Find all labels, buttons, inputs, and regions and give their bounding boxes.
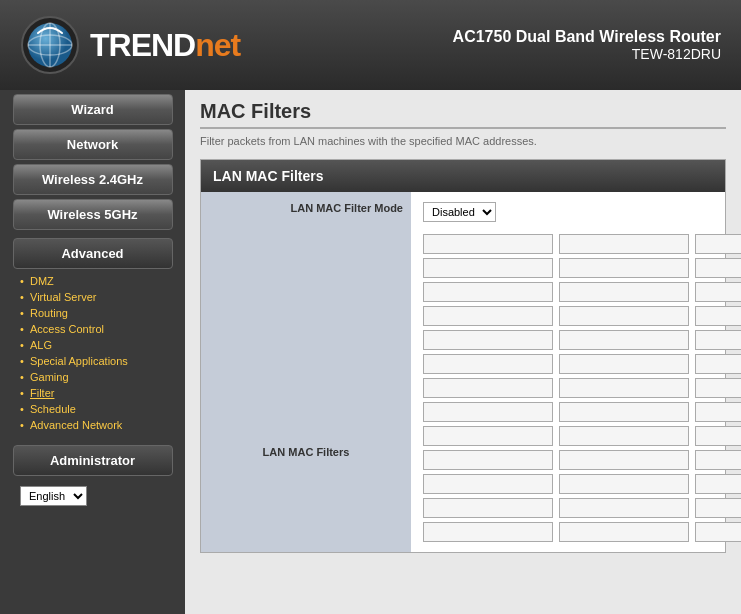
language-select[interactable]: English [20,486,87,506]
brand-trend: TREND [90,27,195,63]
mac-input-r6-c0[interactable] [423,378,553,398]
mac-input-r4-c1[interactable] [559,330,689,350]
filter-content: Disabled Allow Deny [411,192,741,552]
mac-input-r0-c0[interactable] [423,234,553,254]
mac-input-r3-c2[interactable] [695,306,741,326]
mac-input-r12-c0[interactable] [423,522,553,542]
mac-input-r8-c2[interactable] [695,426,741,446]
advanced-submenu: DMZ Virtual Server Routing Access Contro… [0,271,185,437]
mac-input-r9-c0[interactable] [423,450,553,470]
mac-input-r0-c2[interactable] [695,234,741,254]
mac-input-r2-c1[interactable] [559,282,689,302]
sidebar-item-alg[interactable]: ALG [20,337,185,353]
mac-input-r2-c2[interactable] [695,282,741,302]
mac-input-r5-c2[interactable] [695,354,741,374]
sidebar-item-virtual-server[interactable]: Virtual Server [20,289,185,305]
mode-select-row: Disabled Allow Deny [423,202,741,222]
mac-input-r0-c1[interactable] [559,234,689,254]
mac-input-r11-c2[interactable] [695,498,741,518]
sidebar: Wizard Network Wireless 2.4GHz Wireless … [0,90,185,614]
content-area: MAC Filters Filter packets from LAN mach… [185,90,741,614]
brand-net: net [195,27,240,63]
filter-box-body: LAN MAC Filter Mode LAN MAC Filters Disa… [201,192,725,552]
main-layout: Wizard Network Wireless 2.4GHz Wireless … [0,90,741,614]
mac-input-r7-c1[interactable] [559,402,689,422]
device-model: TEW-812DRU [453,46,721,62]
filter-inputs-label: LAN MAC Filters [201,352,411,552]
mac-input-row [423,426,741,446]
mac-input-r7-c0[interactable] [423,402,553,422]
language-area: English [0,478,185,506]
mac-input-r4-c0[interactable] [423,330,553,350]
mac-input-r10-c2[interactable] [695,474,741,494]
mac-input-row [423,306,741,326]
mac-input-r5-c1[interactable] [559,354,689,374]
page-title: MAC Filters [200,100,726,129]
wireless24-button[interactable]: Wireless 2.4GHz [13,164,173,195]
mac-input-row [423,354,741,374]
logo-icon [20,15,80,75]
advanced-section-header: Advanced [13,238,173,269]
mac-input-r7-c2[interactable] [695,402,741,422]
device-line: AC1750 Dual Band Wireless Router [453,28,721,46]
mac-input-row [423,450,741,470]
mac-input-row [423,258,741,278]
mac-input-r9-c1[interactable] [559,450,689,470]
page-description: Filter packets from LAN machines with th… [200,135,726,147]
mac-input-r8-c1[interactable] [559,426,689,446]
brand-name: TRENDnet [90,27,240,64]
mac-input-r12-c1[interactable] [559,522,689,542]
mac-input-r6-c2[interactable] [695,378,741,398]
mac-input-r12-c2[interactable] [695,522,741,542]
mac-input-r1-c1[interactable] [559,258,689,278]
mac-input-r11-c0[interactable] [423,498,553,518]
mac-input-row [423,378,741,398]
sidebar-item-routing[interactable]: Routing [20,305,185,321]
mac-input-r10-c1[interactable] [559,474,689,494]
mac-input-r6-c1[interactable] [559,378,689,398]
network-button[interactable]: Network [13,129,173,160]
mac-input-r11-c1[interactable] [559,498,689,518]
filter-mode-label: LAN MAC Filter Mode [291,202,403,214]
mac-input-r5-c0[interactable] [423,354,553,374]
mac-inputs-grid [423,234,741,542]
mac-input-row [423,498,741,518]
mac-input-r2-c0[interactable] [423,282,553,302]
sidebar-item-access-control[interactable]: Access Control [20,321,185,337]
mac-input-row [423,234,741,254]
wizard-button[interactable]: Wizard [13,94,173,125]
administrator-section-header: Administrator [13,445,173,476]
mac-input-row [423,474,741,494]
lan-mac-filter-box: LAN MAC Filters LAN MAC Filter Mode LAN … [200,159,726,553]
mac-input-r1-c0[interactable] [423,258,553,278]
mac-input-r3-c0[interactable] [423,306,553,326]
mac-input-r9-c2[interactable] [695,450,741,470]
sidebar-item-advanced-network[interactable]: Advanced Network [20,417,185,433]
mac-input-row [423,330,741,350]
sidebar-item-gaming[interactable]: Gaming [20,369,185,385]
sidebar-item-special-apps[interactable]: Special Applications [20,353,185,369]
mac-input-r8-c0[interactable] [423,426,553,446]
device-info: AC1750 Dual Band Wireless Router TEW-812… [453,28,721,62]
header: TRENDnet AC1750 Dual Band Wireless Route… [0,0,741,90]
sidebar-item-dmz[interactable]: DMZ [20,273,185,289]
mac-input-r4-c2[interactable] [695,330,741,350]
mac-input-row [423,282,741,302]
mac-input-row [423,522,741,542]
mac-input-r1-c2[interactable] [695,258,741,278]
sidebar-item-filter[interactable]: Filter [20,385,185,401]
mac-input-r10-c0[interactable] [423,474,553,494]
mac-input-row [423,402,741,422]
filter-box-title: LAN MAC Filters [201,160,725,192]
mac-input-r3-c1[interactable] [559,306,689,326]
logo-area: TRENDnet [20,15,240,75]
filter-mode-select[interactable]: Disabled Allow Deny [423,202,496,222]
sidebar-item-schedule[interactable]: Schedule [20,401,185,417]
wireless5-button[interactable]: Wireless 5GHz [13,199,173,230]
